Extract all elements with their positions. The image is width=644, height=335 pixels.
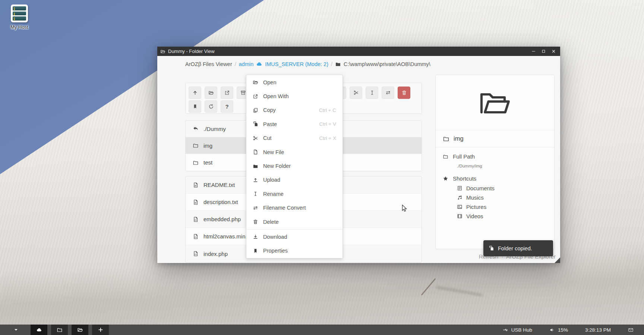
folder-open-icon xyxy=(208,90,214,96)
refresh-icon xyxy=(208,104,214,109)
trash-icon xyxy=(253,219,258,225)
breadcrumb-app: ArOZβ Files Viewer xyxy=(185,61,232,67)
folder-icon xyxy=(193,143,199,148)
archive-icon xyxy=(240,90,246,96)
shortcut-pictures[interactable]: Pictures xyxy=(457,204,547,210)
taskbar: USB Hub 15% 3:28:13 PM xyxy=(0,325,644,335)
external-link-icon xyxy=(224,90,230,96)
menu-item-rename[interactable]: Rename xyxy=(246,187,342,201)
cloud-icon xyxy=(36,327,42,333)
file-code-icon xyxy=(193,251,199,257)
folder-view-window: Dummy - Folder View ArOZβ Files Viewer /… xyxy=(157,47,560,263)
taskbar-item-new[interactable] xyxy=(92,325,109,335)
toast-message: Folder copied. xyxy=(498,245,532,251)
desktop-icon-my-host[interactable]: My Host xyxy=(5,4,34,30)
film-icon xyxy=(457,213,463,219)
document-lines-icon xyxy=(457,185,463,191)
ibeam-icon xyxy=(253,191,258,197)
menu-item-open[interactable]: Open xyxy=(246,75,342,89)
properties-button[interactable] xyxy=(189,100,201,113)
menu-item-open-with[interactable]: Open With xyxy=(246,89,342,103)
breadcrumb-path: C:\wamp\www\private\AOB\Dummy\ xyxy=(344,61,430,67)
shortcuts-row: Shortcuts xyxy=(443,175,547,182)
menu-item-copy[interactable]: Copy Ctrl + C xyxy=(246,103,342,117)
delete-button[interactable] xyxy=(398,87,410,99)
folder-icon xyxy=(443,154,448,159)
folder-open-icon xyxy=(160,49,165,54)
details-preview xyxy=(436,75,554,130)
context-menu: Open Open With Copy Ctrl + C Paste Ctrl … xyxy=(246,75,343,259)
minimize-button[interactable] xyxy=(530,48,537,55)
minimize-icon xyxy=(531,49,536,53)
exchange-icon xyxy=(385,90,391,96)
clock[interactable]: 3:28:13 PM xyxy=(585,327,611,333)
help-icon: ? xyxy=(225,103,228,110)
open-button[interactable] xyxy=(205,87,217,99)
taskbar-dock xyxy=(31,325,109,335)
shortcut-documents[interactable]: Documents xyxy=(457,185,547,191)
download-icon xyxy=(253,234,258,239)
refresh-button[interactable] xyxy=(205,100,217,113)
breadcrumb-server-link[interactable]: IMUS_SERVER (Mode: 2) xyxy=(265,61,328,67)
copy-icon xyxy=(253,107,258,113)
details-name: img xyxy=(454,135,464,142)
folder-icon xyxy=(335,61,341,67)
shortcut-videos[interactable]: Videos xyxy=(457,213,547,219)
server-icon xyxy=(11,4,28,22)
folder-open-icon xyxy=(253,79,258,85)
folder-icon xyxy=(443,135,449,142)
maximize-button[interactable] xyxy=(540,48,547,55)
help-button[interactable]: ? xyxy=(221,100,233,113)
mail-icon[interactable] xyxy=(628,327,634,333)
menu-item-upload[interactable]: Upload xyxy=(246,173,342,187)
external-link-icon xyxy=(253,94,258,99)
breadcrumb-user-link[interactable]: admin xyxy=(239,61,254,67)
taskbar-item-folder[interactable] xyxy=(51,325,68,335)
menu-item-filename-convert[interactable]: Filename Convert xyxy=(246,201,342,215)
volume-tray-item[interactable]: 15% xyxy=(549,327,568,333)
taskbar-item-folder-open[interactable] xyxy=(72,325,88,335)
file-code-icon xyxy=(193,216,199,222)
menu-item-delete[interactable]: Delete xyxy=(246,215,342,229)
rename-button[interactable] xyxy=(366,87,378,99)
plus-icon xyxy=(98,327,104,333)
bookmark-icon xyxy=(253,248,258,254)
folder-icon xyxy=(57,327,63,333)
taskbar-item-cloud[interactable] xyxy=(31,325,47,335)
usb-tray-item[interactable]: USB Hub xyxy=(503,327,532,333)
picture-icon xyxy=(457,204,463,210)
close-button[interactable] xyxy=(550,48,557,55)
menu-item-new-file[interactable]: New File xyxy=(246,145,342,159)
paste-icon xyxy=(253,121,258,127)
menu-item-new-folder[interactable]: New Folder xyxy=(246,159,342,173)
open-with-button[interactable] xyxy=(221,87,233,99)
filename-convert-button[interactable] xyxy=(382,87,394,99)
arrow-up-icon xyxy=(192,90,198,96)
menu-divider xyxy=(246,229,342,229)
scissors-icon xyxy=(353,90,359,96)
folder-icon xyxy=(193,160,199,166)
up-directory-button[interactable] xyxy=(189,87,201,99)
shortcut-musics[interactable]: Musics xyxy=(457,194,547,201)
paste-icon xyxy=(489,245,494,251)
menu-item-download[interactable]: Download xyxy=(246,230,342,244)
usb-icon xyxy=(503,327,508,333)
chevron-down-icon[interactable] xyxy=(13,327,19,332)
resize-handle[interactable] xyxy=(555,257,560,263)
cut-button[interactable] xyxy=(350,87,362,99)
upload-icon xyxy=(253,177,258,183)
window-title: Dummy - Folder View xyxy=(168,48,527,54)
menu-item-cut[interactable]: Cut Ctrl + X xyxy=(246,131,342,145)
bookmark-icon xyxy=(192,104,198,109)
desktop-icon-label: My Host xyxy=(5,24,34,30)
file-code-icon xyxy=(193,234,199,239)
trash-icon xyxy=(401,90,407,96)
breadcrumb: ArOZβ Files Viewer / admin IMUS_SERVER (… xyxy=(185,61,430,67)
mouse-cursor xyxy=(400,204,408,213)
window-titlebar[interactable]: Dummy - Folder View xyxy=(157,47,560,56)
scissors-icon xyxy=(253,135,258,141)
menu-item-paste[interactable]: Paste Ctrl + V xyxy=(246,117,342,131)
menu-item-properties[interactable]: Properties xyxy=(246,244,342,258)
details-panel: img Full Path ./Dummy/img Shortcuts xyxy=(435,75,555,249)
file-icon xyxy=(253,149,258,155)
